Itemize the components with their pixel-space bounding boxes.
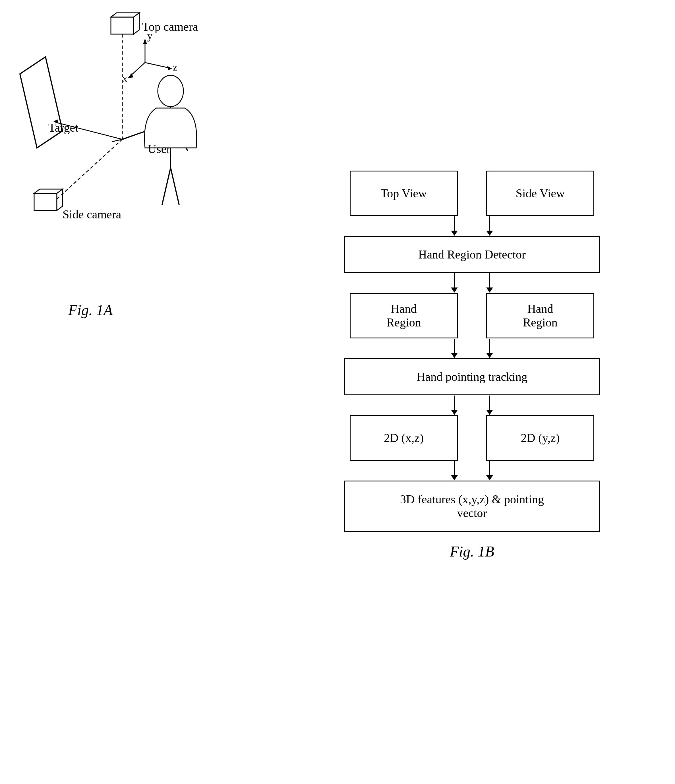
row-2d-views: 2D (x,z) 2D (y,z)	[290, 415, 654, 460]
arrow-head	[451, 288, 458, 292]
svg-line-25	[162, 168, 171, 205]
arrow-line	[489, 216, 490, 231]
arrows-to-3d	[290, 460, 654, 481]
top-view-box: Top View	[350, 171, 458, 216]
svg-marker-11	[134, 13, 139, 34]
arrows-from-detector	[290, 273, 654, 293]
2d-xz-box: 2D (x,z)	[350, 415, 458, 460]
arrow-head	[451, 475, 458, 480]
user-label: User	[148, 142, 170, 156]
3d-features-box: 3D features (x,y,z) & pointing vector	[344, 481, 600, 532]
svg-line-3	[145, 62, 171, 68]
svg-rect-9	[111, 17, 134, 34]
fig1a-illustration: y z x	[11, 11, 290, 310]
svg-marker-1	[143, 38, 147, 44]
arrow-line	[454, 395, 455, 410]
arrow-head	[486, 288, 493, 292]
hand-region-left-box: Hand Region	[350, 293, 458, 338]
arrows-to-tracking	[290, 338, 654, 358]
svg-text:x: x	[122, 73, 128, 84]
arrow-head	[486, 475, 493, 480]
arrow-line	[454, 273, 455, 288]
arrow-topview-down	[451, 216, 458, 236]
arrow-line	[489, 395, 490, 410]
arrow-head	[451, 353, 458, 358]
hand-region-detector-box: Hand Region Detector	[344, 236, 600, 273]
svg-text:z: z	[173, 61, 177, 73]
arrow-region-left-down	[451, 338, 458, 358]
arrow-line	[454, 461, 455, 475]
fig1b-area: Top View Side View Hand Region Detector	[290, 171, 654, 560]
arrow-line	[489, 273, 490, 288]
arrow-head	[451, 231, 458, 236]
arrow-sideview-down	[486, 216, 493, 236]
arrow-head	[486, 231, 493, 236]
fig1b-caption: Fig. 1B	[290, 543, 654, 560]
svg-rect-13	[34, 193, 57, 210]
arrow-tracking-left	[451, 395, 458, 415]
arrow-tracking-right	[486, 395, 493, 415]
side-view-box: Side View	[486, 171, 594, 216]
arrow-line	[489, 461, 490, 475]
arrow-line	[454, 339, 455, 353]
svg-marker-15	[57, 189, 62, 210]
hand-region-left-text: Hand Region	[386, 302, 421, 329]
row-hand-region-detector: Hand Region Detector	[290, 236, 654, 273]
row-top-side-view: Top View Side View	[290, 171, 654, 216]
svg-line-26	[171, 168, 179, 205]
arrow-head	[486, 410, 493, 415]
row-3d-features: 3D features (x,y,z) & pointing vector	[290, 481, 654, 532]
3d-features-text: 3D features (x,y,z) & pointing vector	[400, 493, 544, 520]
hand-pointing-tracking-box: Hand pointing tracking	[344, 358, 600, 395]
hand-region-right-box: Hand Region	[486, 293, 594, 338]
fig1a-area: y z x	[11, 11, 296, 324]
arrow-2d-right-down	[486, 460, 493, 481]
arrow-head	[451, 410, 458, 415]
arrow-line	[454, 216, 455, 231]
arrows-from-tracking	[290, 395, 654, 415]
side-camera-label: Side camera	[62, 208, 121, 221]
svg-point-20	[158, 75, 184, 107]
arrow-head	[486, 353, 493, 358]
2d-yz-box: 2D (y,z)	[486, 415, 594, 460]
svg-line-16	[57, 139, 122, 199]
page: y z x	[0, 0, 675, 784]
svg-marker-4	[167, 66, 172, 70]
row-hand-regions: Hand Region Hand Region	[290, 293, 654, 338]
arrow-detector-left	[451, 273, 458, 293]
top-camera-label: Top camera	[142, 20, 198, 34]
arrow-line	[489, 339, 490, 353]
hand-region-right-text: Hand Region	[523, 302, 557, 329]
arrow-2d-left-down	[451, 460, 458, 481]
arrows-to-detector	[290, 216, 654, 236]
target-label: Target	[48, 121, 78, 134]
arrow-region-right-down	[486, 338, 493, 358]
arrow-detector-right	[486, 273, 493, 293]
row-hand-pointing-tracking: Hand pointing tracking	[290, 358, 654, 395]
fig1a-caption: Fig. 1A	[68, 302, 113, 319]
